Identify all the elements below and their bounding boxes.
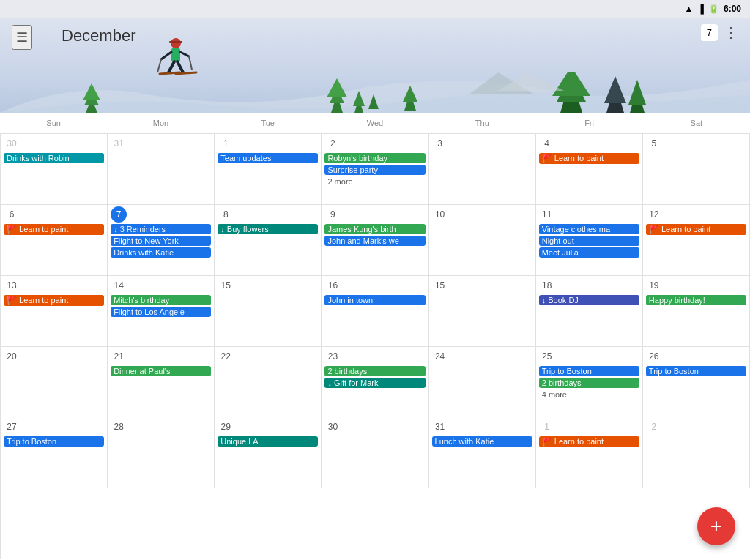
day-cell[interactable]: 14Mitch's birthdayFlight to Los Angele — [108, 276, 215, 347]
day-cell[interactable]: 4🚩 Learn to paint — [536, 134, 643, 205]
time-display: 6:00 — [724, 4, 741, 14]
more-events-link[interactable]: 2 more — [324, 176, 425, 187]
day-cell[interactable]: 19Happy birthday! — [643, 276, 750, 347]
day-cell[interactable]: 8↓ Buy flowers — [215, 205, 322, 276]
svg-marker-17 — [628, 80, 646, 105]
event-item[interactable]: Robyn's birthday — [324, 153, 425, 163]
event-item[interactable]: Drinks with Robin — [4, 153, 104, 163]
day-cell[interactable]: 7↓ 3 RemindersFlight to New YorkDrinks w… — [108, 205, 215, 276]
day-cell[interactable]: 15 — [429, 276, 536, 347]
day-cell[interactable]: 13🚩 Learn to paint — [1, 276, 108, 347]
day-cell[interactable]: 16John in town — [322, 276, 428, 347]
event-item[interactable]: Dinner at Paul's — [111, 366, 211, 376]
day-number: 10 — [432, 206, 448, 223]
event-item[interactable]: 🚩 Learn to paint — [646, 224, 746, 235]
day-cell[interactable]: 22 — [215, 347, 322, 418]
day-cell[interactable]: 18↓ Book DJ — [536, 276, 643, 347]
event-item[interactable]: Trip to Boston — [539, 366, 639, 376]
day-cell[interactable]: 28 — [108, 417, 215, 488]
event-item[interactable]: Happy birthday! — [646, 295, 746, 305]
day-number: 1 — [218, 135, 234, 152]
event-item[interactable]: 🚩 Learn to paint — [539, 436, 639, 447]
day-cell[interactable]: 29Unique LA — [215, 417, 322, 488]
day-number: 24 — [432, 348, 448, 365]
day-number: 29 — [218, 419, 234, 435]
event-item[interactable]: Night out — [539, 236, 639, 246]
day-cell[interactable]: 25Trip to Boston2 birthdays4 more — [536, 347, 643, 418]
event-item[interactable]: ↓ Gift for Mark — [324, 378, 425, 388]
event-item[interactable]: Trip to Boston — [646, 366, 746, 376]
more-events-link[interactable]: 4 more — [539, 389, 639, 400]
day-cell[interactable]: 31Lunch with Katie — [429, 417, 536, 488]
header-actions: 7 ⋮ — [701, 23, 738, 41]
day-cell[interactable]: 30 — [322, 417, 428, 488]
day-header-mon: Mon — [107, 116, 214, 130]
day-number: 7 — [111, 206, 127, 223]
day-cell[interactable]: 27Trip to Boston — [1, 417, 108, 488]
event-item[interactable]: 🚩 Learn to paint — [539, 153, 639, 164]
event-item[interactable]: ↓ Buy flowers — [218, 224, 318, 234]
day-cell[interactable]: 5 — [643, 134, 750, 205]
day-cell[interactable]: 2 — [643, 417, 750, 488]
svg-line-28 — [177, 61, 183, 72]
day-cell[interactable]: 20 — [1, 347, 108, 418]
more-options-button[interactable]: ⋮ — [724, 23, 738, 41]
event-item[interactable]: 🚩 Learn to paint — [4, 295, 104, 306]
event-item[interactable]: Meet Julia — [539, 247, 639, 258]
wifi-icon: ▲ — [685, 4, 694, 14]
event-item[interactable]: John in town — [324, 295, 425, 305]
event-item[interactable]: John and Mark's we — [324, 236, 425, 246]
svg-line-25 — [157, 59, 161, 72]
day-cell[interactable]: 15 — [215, 276, 322, 347]
svg-rect-22 — [171, 48, 180, 61]
event-item[interactable]: Flight to Los Angele — [111, 307, 211, 317]
add-event-button[interactable]: + — [697, 507, 735, 545]
event-item[interactable]: ↓ Book DJ — [539, 295, 639, 305]
day-cell[interactable]: 30Drinks with Robin — [1, 134, 108, 205]
day-number: 25 — [539, 348, 555, 365]
event-item[interactable]: ↓ 3 Reminders — [111, 224, 211, 234]
day-number: 31 — [432, 419, 448, 435]
day-number: 28 — [111, 419, 127, 435]
calendar-day-button[interactable]: 7 — [701, 24, 718, 41]
day-cell[interactable]: 3 — [429, 134, 536, 205]
day-cell[interactable]: 9James Kung's birthJohn and Mark's we — [322, 205, 428, 276]
day-cell[interactable]: 232 birthdays↓ Gift for Mark — [322, 347, 428, 418]
battery-icon: 🔋 — [708, 4, 719, 14]
day-number: 2 — [646, 419, 662, 435]
day-cell[interactable]: 11Vintage clothes maNight outMeet Julia — [536, 205, 643, 276]
day-cell[interactable]: 24 — [429, 347, 536, 418]
day-cell[interactable]: 6🚩 Learn to paint — [1, 205, 108, 276]
event-item[interactable]: 🚩 Learn to paint — [4, 224, 104, 235]
svg-line-30 — [176, 72, 196, 74]
svg-marker-5 — [327, 78, 347, 97]
day-cell[interactable]: 1Team updates — [215, 134, 322, 205]
day-number: 6 — [4, 206, 20, 223]
event-item[interactable]: Mitch's birthday — [111, 295, 211, 305]
day-number: 22 — [218, 348, 234, 365]
day-cell[interactable]: 10 — [429, 205, 536, 276]
event-item[interactable]: Surprise party — [324, 165, 425, 175]
event-item[interactable]: 2 birthdays — [539, 378, 639, 388]
day-cell[interactable]: 26Trip to Boston — [643, 347, 750, 418]
day-number: 18 — [539, 277, 555, 294]
hamburger-button[interactable]: ☰ — [12, 25, 32, 50]
day-number: 4 — [539, 135, 555, 152]
event-item[interactable]: Drinks with Katie — [111, 247, 211, 258]
day-cell[interactable]: 12🚩 Learn to paint — [643, 205, 750, 276]
svg-rect-21 — [169, 41, 182, 43]
event-item[interactable]: Unique LA — [218, 436, 318, 447]
day-cell[interactable]: 2Robyn's birthdaySurprise party2 more — [322, 134, 428, 205]
event-item[interactable]: Team updates — [218, 153, 318, 163]
event-item[interactable]: James Kung's birth — [324, 224, 425, 234]
app-header: ☰ December 7 ⋮ — [0, 18, 750, 113]
day-cell[interactable]: 31 — [108, 134, 215, 205]
day-cell[interactable]: 21Dinner at Paul's — [108, 347, 215, 418]
calendar-wrapper: SunMonTueWedThuFriSat 30Drinks with Robi… — [0, 113, 750, 560]
event-item[interactable]: Flight to New York — [111, 236, 211, 246]
event-item[interactable]: Vintage clothes ma — [539, 224, 639, 234]
day-cell[interactable]: 1🚩 Learn to paint — [536, 417, 643, 488]
event-item[interactable]: Lunch with Katie — [432, 436, 532, 447]
event-item[interactable]: Trip to Boston — [4, 436, 104, 447]
event-item[interactable]: 2 birthdays — [324, 366, 425, 376]
